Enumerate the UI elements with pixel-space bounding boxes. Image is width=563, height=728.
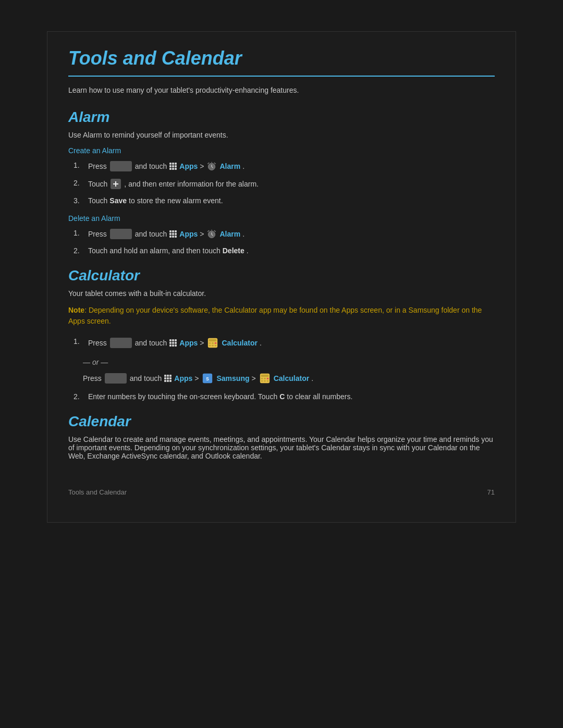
delete-alarm-step-1: 1. Press and touch Apps > — [74, 229, 495, 239]
clear-text: to clear all numbers. — [287, 392, 352, 401]
create-alarm-step-1: 1. Press and touch Apps > — [74, 161, 495, 171]
period: . — [242, 162, 244, 170]
delete-alarm-step-2: 2. Touch and hold an alarm, and then tou… — [74, 246, 495, 255]
svg-rect-17 — [264, 378, 266, 379]
alarm-section: Alarm Use Alarm to remind yourself of im… — [68, 109, 495, 255]
create-alarm-title: Create an Alarm — [68, 146, 495, 155]
press-text: Press — [83, 374, 102, 382]
chapter-title: Tools and Calendar — [68, 47, 495, 77]
home-button-icon — [110, 229, 132, 239]
step-content: Enter numbers by touching the on-screen … — [88, 392, 495, 401]
step-number: 2. — [74, 392, 84, 401]
step-content: Touch Save to store the new alarm event. — [88, 196, 495, 205]
svg-rect-7 — [212, 342, 214, 344]
press-text: Press — [88, 230, 107, 238]
or-separator: — or — — [83, 358, 495, 366]
create-alarm-step-2: 2. Touch , and then enter information fo… — [74, 179, 495, 189]
step-content: Press and touch Apps > — [88, 337, 495, 349]
arrow-text: > — [200, 339, 204, 347]
step-number: 1. — [74, 337, 84, 346]
delete-word: Delete — [223, 246, 244, 255]
samsung-icon: S — [202, 373, 213, 384]
and-touch-text: and touch — [135, 339, 167, 347]
alarm-intro: Use Alarm to remind yourself of importan… — [68, 131, 495, 139]
svg-rect-10 — [212, 345, 214, 347]
footer-chapter-title: Tools and Calendar — [68, 488, 127, 496]
calculator-step2-list: 2. Enter numbers by touching the on-scre… — [68, 392, 495, 401]
delete-alarm-title: Delete an Alarm — [68, 214, 495, 223]
alarm-label: Alarm — [219, 230, 240, 238]
apps-grid-icon — [169, 163, 177, 170]
plus-icon — [111, 179, 121, 189]
apps-label: Apps — [179, 162, 198, 170]
svg-rect-3 — [211, 230, 213, 231]
touch-text: Touch — [88, 180, 107, 188]
c-key: C — [279, 392, 285, 401]
calculator-label-2: Calculator — [274, 374, 309, 382]
chapter-intro: Learn how to use many of your tablet's p… — [68, 86, 495, 94]
arrow-text: > — [194, 374, 199, 382]
svg-rect-21 — [266, 380, 268, 382]
home-button-icon — [110, 161, 132, 171]
samsung-label: Samsung — [216, 374, 249, 382]
page-footer: Tools and Calendar 71 — [68, 473, 495, 496]
alarm-icon — [206, 161, 217, 171]
apps-grid-icon — [169, 230, 177, 238]
calculator-note: Note: Depending on your device's softwar… — [68, 305, 495, 327]
calculator-step-1: 1. Press and touch Apps > — [74, 337, 495, 349]
step-number: 1. — [74, 229, 84, 237]
svg-rect-11 — [215, 345, 217, 347]
and-touch-text: and touch — [130, 374, 162, 382]
press-text: Press — [88, 339, 107, 347]
svg-rect-18 — [266, 378, 268, 379]
calculator-steps: 1. Press and touch Apps > — [68, 337, 495, 349]
calendar-section: Calendar Use Calendar to create and mana… — [68, 413, 495, 460]
period: . — [311, 374, 313, 382]
home-button-icon — [105, 373, 127, 384]
apps-grid-icon — [164, 375, 172, 382]
step-number: 1. — [74, 161, 84, 169]
svg-rect-9 — [209, 345, 211, 347]
apps-label: Apps — [179, 339, 198, 347]
arrow-text: > — [200, 230, 204, 238]
svg-text:S: S — [206, 377, 210, 381]
step-number: 3. — [74, 196, 84, 205]
svg-rect-15 — [261, 375, 268, 377]
svg-rect-20 — [264, 380, 266, 382]
and-touch-text: and touch — [135, 230, 167, 238]
alarm-label: Alarm — [219, 162, 240, 170]
apps-label: Apps — [174, 374, 192, 382]
calculator-step-2: 2. Enter numbers by touching the on-scre… — [74, 392, 495, 401]
calculator-icon-2 — [259, 373, 271, 384]
period: . — [242, 230, 244, 238]
step-content: Touch , and then enter information for t… — [88, 179, 495, 189]
delete-alarm-steps: 1. Press and touch Apps > — [68, 229, 495, 255]
calendar-intro: Use Calendar to create and manage events… — [68, 435, 495, 460]
and-touch-text: and touch — [135, 162, 167, 170]
calculator-section: Calculator Your tablet comes with a buil… — [68, 267, 495, 401]
calculator-icon — [207, 337, 218, 349]
calculator-label: Calculator — [222, 339, 257, 347]
svg-rect-1 — [211, 162, 213, 163]
calculator-intro: Your tablet comes with a built-in calcul… — [68, 289, 495, 298]
svg-rect-19 — [261, 380, 263, 382]
apps-label: Apps — [179, 230, 198, 238]
svg-rect-16 — [261, 378, 263, 379]
calculator-title: Calculator — [68, 267, 495, 284]
period: . — [247, 246, 249, 255]
arrow-text: > — [252, 374, 256, 382]
step-content: Press and touch Apps > — [88, 161, 495, 171]
create-alarm-steps: 1. Press and touch Apps > — [68, 161, 495, 205]
home-button-icon — [110, 338, 132, 348]
calendar-title: Calendar — [68, 413, 495, 430]
period: . — [260, 339, 262, 347]
step-number: 2. — [74, 179, 84, 187]
step-number: 2. — [74, 246, 84, 255]
step-content: Press and touch Apps > — [88, 229, 495, 239]
svg-rect-8 — [215, 342, 217, 344]
alarm-title: Alarm — [68, 109, 495, 126]
calculator-alt-press: Press and touch Apps > S Samsung > — [83, 373, 495, 384]
svg-rect-6 — [209, 342, 211, 344]
arrow-text: > — [200, 162, 204, 170]
create-alarm-step-3: 3. Touch Save to store the new alarm eve… — [74, 196, 495, 205]
